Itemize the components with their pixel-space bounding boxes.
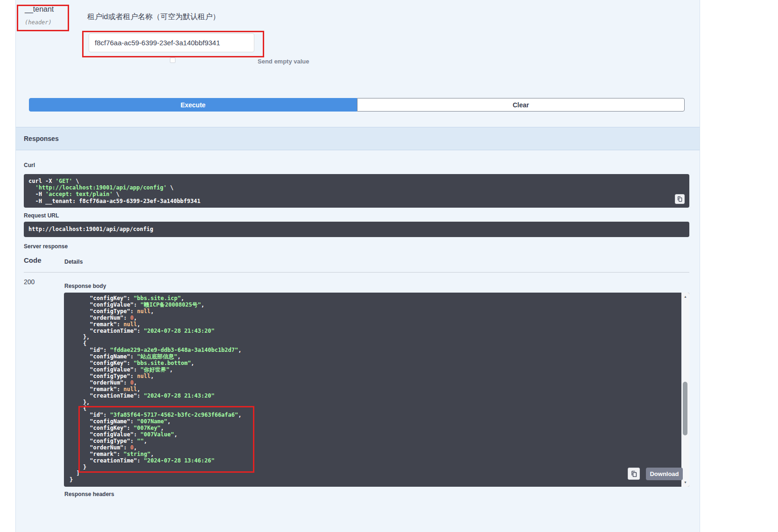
parameter-name: __tenant: [25, 5, 54, 14]
responses-section-header: Responses: [16, 127, 700, 150]
response-body-label: Response body: [64, 283, 106, 289]
request-url-label: Request URL: [24, 212, 59, 219]
table-header-divider: [24, 272, 689, 273]
curl-label: Curl: [24, 162, 35, 168]
details-column-header: Details: [64, 259, 83, 265]
send-empty-value-checkbox[interactable]: [170, 57, 175, 63]
parameter-location: (header): [25, 19, 52, 26]
tenant-input[interactable]: [89, 33, 254, 52]
clipboard-icon: [677, 196, 683, 202]
scrollbar-thumb[interactable]: [683, 382, 687, 435]
send-empty-value-label: Send empty value: [258, 58, 309, 65]
curl-command-block: curl -X 'GET' \ 'http://localhost:19001/…: [24, 174, 689, 208]
request-url-block: http://localhost:19001/api/app/config: [24, 222, 689, 237]
clipboard-icon: [631, 470, 638, 477]
server-response-label: Server response: [24, 243, 68, 250]
parameter-description: 租户id或者租户名称（可空为默认租户）: [87, 12, 220, 22]
scroll-down-icon[interactable]: ▼: [681, 479, 689, 486]
response-body-block: "configKey": "bbs.site.icp", "configValu…: [64, 293, 689, 487]
scroll-up-icon[interactable]: ▲: [681, 293, 689, 301]
request-url-value: http://localhost:19001/api/app/config: [28, 226, 153, 232]
download-button[interactable]: Download: [646, 468, 683, 480]
copy-response-button[interactable]: [628, 468, 640, 480]
execute-button[interactable]: Execute: [29, 98, 357, 112]
response-body-scrollbar[interactable]: ▲ ▼: [681, 293, 689, 487]
clear-button[interactable]: Clear: [357, 98, 685, 112]
status-code: 200: [24, 278, 35, 286]
copy-curl-button[interactable]: [675, 194, 685, 204]
code-column-header: Code: [24, 256, 42, 264]
responses-title: Responses: [16, 127, 700, 150]
response-headers-label: Response headers: [64, 491, 114, 497]
swagger-operation-page: __tenant (header) 租户id或者租户名称（可空为默认租户） Se…: [0, 0, 778, 532]
